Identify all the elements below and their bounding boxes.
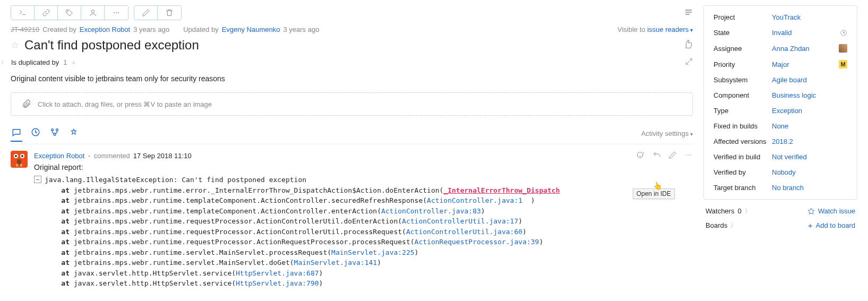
activity-settings[interactable]: Activity settings xyxy=(641,130,693,137)
more-button[interactable] xyxy=(105,6,128,20)
tab-vcs[interactable] xyxy=(49,125,61,142)
priority-badge: M xyxy=(839,60,847,68)
field-label: Fixed in builds xyxy=(714,122,772,130)
svg-point-19 xyxy=(688,154,689,156)
tag-button[interactable] xyxy=(58,6,81,20)
field-label: Subsystem xyxy=(714,76,772,84)
stacktrace: − Open in IDE 👆 java.lang.IllegalStateEx… xyxy=(34,175,693,289)
field-value[interactable]: YouTrack xyxy=(772,13,847,21)
svg-point-1 xyxy=(91,10,94,13)
comment: Exception Robot ● commented 17 Sep 2018 … xyxy=(11,151,693,289)
field-row: PriorityMajorM xyxy=(714,60,847,68)
history-icon[interactable] xyxy=(839,29,847,37)
field-label: State xyxy=(714,29,772,37)
add-link-icon[interactable]: + xyxy=(72,58,76,67)
command-button[interactable] xyxy=(11,6,35,20)
field-row: ProjectYouTrack xyxy=(714,13,847,21)
chevron-right-icon[interactable]: 〉 xyxy=(731,221,736,229)
status-dot: ● xyxy=(88,153,90,159)
svg-point-3 xyxy=(116,12,117,13)
field-label: Affected versions xyxy=(714,137,772,145)
visible-to-link[interactable]: issue readers xyxy=(647,25,693,33)
field-row: Verified in buildNot verified xyxy=(714,153,847,161)
field-value[interactable]: None xyxy=(772,122,847,130)
updated-ago: 3 years ago xyxy=(283,25,319,33)
created-ago: 3 years ago xyxy=(133,25,169,33)
created-by-link[interactable]: Exception Robot xyxy=(80,25,130,33)
field-row: StateInvalid xyxy=(714,29,847,37)
tab-history[interactable] xyxy=(30,125,41,142)
field-row: AssigneeAnna Zhdan xyxy=(714,44,847,53)
chevron-right-icon[interactable]: 〉 xyxy=(745,207,751,215)
field-label: Target branch xyxy=(714,184,772,192)
watchers-label: Watchers xyxy=(706,207,734,215)
svg-point-18 xyxy=(686,154,687,156)
watchers-row: Watchers 0 〉 Watch issue xyxy=(703,207,857,215)
field-value[interactable]: Invalid xyxy=(772,29,839,37)
issue-id[interactable]: JT-49210 xyxy=(11,25,39,33)
expand-links-icon[interactable] xyxy=(685,58,693,67)
field-value[interactable]: Exception xyxy=(772,107,847,115)
svg-point-7 xyxy=(56,129,58,131)
tab-comments[interactable] xyxy=(11,125,22,142)
field-label: Priority xyxy=(714,61,772,68)
updated-by-link[interactable]: Evgeny Naumenko xyxy=(222,25,280,33)
meta-row: JT-49210 Created by Exception Robot 3 ye… xyxy=(11,25,693,33)
svg-rect-16 xyxy=(20,164,22,167)
add-to-board-link[interactable]: + Add to board xyxy=(808,221,855,229)
field-value[interactable]: No branch xyxy=(772,184,847,192)
reply-icon[interactable] xyxy=(652,151,661,161)
field-value[interactable]: Not verified xyxy=(772,153,847,161)
field-label: Project xyxy=(714,13,772,21)
reaction-icon[interactable] xyxy=(637,151,645,161)
link-button[interactable] xyxy=(35,6,58,20)
field-value[interactable]: 2018.2 xyxy=(772,137,847,145)
avatar-icon xyxy=(839,44,847,53)
edit-comment-icon[interactable] xyxy=(668,151,677,161)
link-label: Is duplicated by xyxy=(11,58,59,66)
attach-placeholder: Click to attach, drag files, or press ⌘V… xyxy=(38,100,212,108)
issue-title: Can't find postponed exception xyxy=(24,38,678,53)
visible-to[interactable]: Visible to issue readers xyxy=(617,25,693,33)
edit-button[interactable] xyxy=(134,6,158,20)
field-label: Assignee xyxy=(714,45,772,53)
star-icon[interactable]: ☆ xyxy=(11,39,19,51)
field-value[interactable]: Business logic xyxy=(772,91,847,99)
field-row: TypeException xyxy=(714,107,847,115)
boards-label: Boards xyxy=(706,221,727,229)
vote-icon[interactable] xyxy=(683,39,693,51)
watch-issue-link[interactable]: Watch issue xyxy=(807,207,855,215)
svg-point-6 xyxy=(51,129,54,131)
svg-point-2 xyxy=(114,12,115,13)
field-row: Affected versions2018.2 xyxy=(714,137,847,145)
tab-work[interactable] xyxy=(68,125,80,142)
comment-verb: commented xyxy=(94,152,130,160)
toolbar xyxy=(11,5,693,20)
collapse-button[interactable]: − xyxy=(34,176,41,183)
field-row: Target branchNo branch xyxy=(714,184,847,192)
comment-time: 17 Sep 2018 11:10 xyxy=(133,152,192,160)
field-value[interactable]: Nobody xyxy=(772,168,847,176)
delete-button[interactable] xyxy=(158,6,181,20)
comment-avatar xyxy=(11,151,28,168)
field-value[interactable]: Agile board xyxy=(772,76,847,84)
comment-actions xyxy=(637,151,693,161)
comment-author[interactable]: Exception Robot xyxy=(34,152,84,160)
field-row: ComponentBusiness logic xyxy=(714,91,847,99)
field-value[interactable]: Major xyxy=(772,61,839,68)
attach-box[interactable]: Click to attach, drag files, or press ⌘V… xyxy=(11,92,693,116)
original-report-label: Original report: xyxy=(34,163,693,171)
chevron-right-icon[interactable]: 〉 xyxy=(1,58,7,66)
updated-by-label: Updated by xyxy=(183,25,219,33)
assignee-button[interactable] xyxy=(81,6,105,20)
collapse-panel-icon[interactable] xyxy=(684,8,693,18)
link-count: 1 xyxy=(63,58,67,66)
svg-point-17 xyxy=(637,152,643,158)
field-label: Verified in build xyxy=(714,153,772,161)
link-row: 〉 Is duplicated by 1 + xyxy=(1,58,693,67)
more-comment-icon[interactable] xyxy=(684,151,693,161)
paperclip-icon xyxy=(22,99,31,109)
field-row: SubsystemAgile board xyxy=(714,76,847,84)
field-value[interactable]: Anna Zhdan xyxy=(772,45,839,53)
svg-point-4 xyxy=(118,12,119,13)
